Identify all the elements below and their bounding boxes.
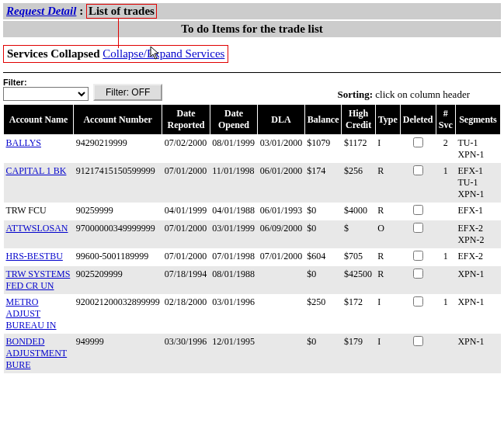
balance-cell: $0 xyxy=(304,220,342,248)
account-link[interactable]: HRS-BESTBU xyxy=(6,251,63,262)
deleted-checkbox[interactable] xyxy=(413,165,423,175)
request-detail-link[interactable]: Request Detail xyxy=(6,5,76,17)
type-cell: R xyxy=(375,163,400,203)
column-header[interactable]: Account Number xyxy=(74,105,162,135)
type-cell: R xyxy=(375,203,400,220)
account-link[interactable]: TRW SYSTEMS FED CR UN xyxy=(6,269,71,291)
segments-cell: XPN-1 xyxy=(455,334,500,373)
deleted-checkbox[interactable] xyxy=(413,336,423,346)
date-reported-cell: 07/18/1994 xyxy=(162,266,210,294)
account-number-cell: 9025209999 xyxy=(74,266,162,294)
page-subheader: To do Items for the trade list xyxy=(3,21,501,37)
deleted-checkbox[interactable] xyxy=(413,251,423,261)
page-title: List of trades xyxy=(86,4,157,19)
dla-cell xyxy=(258,266,305,294)
svc-count-cell: 1 xyxy=(436,163,455,203)
table-row: HRS-BESTBU99600-500118999907/01/200007/0… xyxy=(4,248,501,266)
breadcrumb: Request Detail : List of trades xyxy=(3,3,501,19)
account-name-cell: CAPITAL 1 BK xyxy=(4,163,74,203)
column-header[interactable]: DLA xyxy=(258,105,305,135)
svc-count-cell xyxy=(436,203,455,220)
table-row: BONDED ADJUSTMENT BURE94999903/30/199612… xyxy=(4,334,501,373)
account-link[interactable]: ATTWSLOSAN xyxy=(6,223,68,234)
svc-count-cell: 1 xyxy=(436,248,455,266)
account-name-cell: TRW FCU xyxy=(4,203,74,220)
column-header[interactable]: Account Name xyxy=(4,105,74,135)
table-row: ATTWSLOSAN9700000034999999907/01/200003/… xyxy=(4,220,501,248)
dla-cell: 06/01/2000 xyxy=(258,163,305,203)
column-header[interactable]: Balance xyxy=(304,105,342,135)
column-header[interactable]: Segments xyxy=(455,105,500,135)
high-credit-cell: $172 xyxy=(342,294,375,334)
high-credit-cell: $1172 xyxy=(342,135,375,164)
type-cell: I xyxy=(375,294,400,334)
dla-cell xyxy=(258,294,305,334)
balance-cell: $250 xyxy=(304,294,342,334)
account-link[interactable]: METRO ADJUST BUREAU IN xyxy=(6,296,57,331)
date-opened-cell: 03/01/1999 xyxy=(210,220,257,248)
account-name-cell: BONDED ADJUSTMENT BURE xyxy=(4,334,74,373)
date-opened-cell: 08/01/1988 xyxy=(210,266,257,294)
high-credit-cell: $ xyxy=(342,220,375,248)
deleted-checkbox[interactable] xyxy=(413,296,423,307)
services-status-label: Services Collapsed xyxy=(7,47,100,60)
segments-cell: XPN-1 xyxy=(455,294,500,334)
high-credit-cell: $705 xyxy=(342,248,375,266)
account-name-cell: METRO ADJUST BUREAU IN xyxy=(4,294,74,334)
segments-cell: EFX-1 TU-1 XPN-1 xyxy=(455,163,500,203)
balance-cell: $174 xyxy=(304,163,342,203)
dla-cell: 06/01/1993 xyxy=(258,203,305,220)
deleted-checkbox[interactable] xyxy=(413,223,423,233)
deleted-cell xyxy=(400,334,436,373)
services-panel: Services Collapsed Collapse/Expand Servi… xyxy=(3,45,228,63)
column-header[interactable]: Deleted xyxy=(400,105,436,135)
filter-select[interactable] xyxy=(3,87,89,101)
deleted-cell xyxy=(400,135,436,164)
svc-count-cell xyxy=(436,266,455,294)
column-header[interactable]: Date Opened xyxy=(210,105,257,135)
deleted-checkbox[interactable] xyxy=(413,269,423,279)
trades-table: Account NameAccount NumberDate ReportedD… xyxy=(3,104,501,373)
dla-cell xyxy=(258,334,305,373)
account-number-cell: 94290219999 xyxy=(74,135,162,164)
account-link[interactable]: CAPITAL 1 BK xyxy=(6,165,67,176)
deleted-cell xyxy=(400,248,436,266)
segments-cell: XPN-1 xyxy=(455,266,500,294)
date-opened-cell: 07/01/1998 xyxy=(210,248,257,266)
balance-cell: $0 xyxy=(304,334,342,373)
table-row: TRW FCU9025999904/01/199904/01/198806/01… xyxy=(4,203,501,220)
column-header[interactable]: Type xyxy=(375,105,400,135)
column-header[interactable]: # Svc xyxy=(436,105,455,135)
column-header[interactable]: High Credit xyxy=(342,105,375,135)
date-reported-cell: 03/30/1996 xyxy=(162,334,210,373)
date-opened-cell: 03/01/1996 xyxy=(210,294,257,334)
account-link[interactable]: BONDED ADJUSTMENT BURE xyxy=(6,336,68,370)
table-row: METRO ADJUST BUREAU IN920021200032899999… xyxy=(4,294,501,334)
date-opened-cell: 11/01/1998 xyxy=(210,163,257,203)
filter-toggle-button[interactable]: Filter: OFF xyxy=(93,84,162,101)
svc-count-cell: 2 xyxy=(436,135,455,164)
balance-cell: $0 xyxy=(304,266,342,294)
date-reported-cell: 02/18/2000 xyxy=(162,294,210,334)
deleted-checkbox[interactable] xyxy=(413,137,423,147)
dla-cell: 06/09/2000 xyxy=(258,220,305,248)
svc-count-cell: 1 xyxy=(436,294,455,334)
type-cell: R xyxy=(375,266,400,294)
table-row: BALLYS9429021999907/02/200008/01/199903/… xyxy=(4,135,501,164)
column-header[interactable]: Date Reported xyxy=(162,105,210,135)
svc-count-cell xyxy=(436,220,455,248)
breadcrumb-sep: : xyxy=(76,5,86,17)
deleted-cell xyxy=(400,203,436,220)
table-row: CAPITAL 1 BK9121741515059999907/01/20001… xyxy=(4,163,501,203)
deleted-checkbox[interactable] xyxy=(413,205,423,215)
date-reported-cell: 07/01/2000 xyxy=(162,220,210,248)
date-reported-cell: 07/01/2000 xyxy=(162,163,210,203)
table-row: TRW SYSTEMS FED CR UN902520999907/18/199… xyxy=(4,266,501,294)
account-link[interactable]: BALLYS xyxy=(6,137,41,148)
date-opened-cell: 12/01/1995 xyxy=(210,334,257,373)
account-number-cell: 99600-5001189999 xyxy=(74,248,162,266)
deleted-cell xyxy=(400,220,436,248)
filter-label: Filter: xyxy=(3,78,89,87)
type-cell: I xyxy=(375,135,400,164)
services-toggle-link[interactable]: Collapse/Expand Services xyxy=(103,47,224,60)
